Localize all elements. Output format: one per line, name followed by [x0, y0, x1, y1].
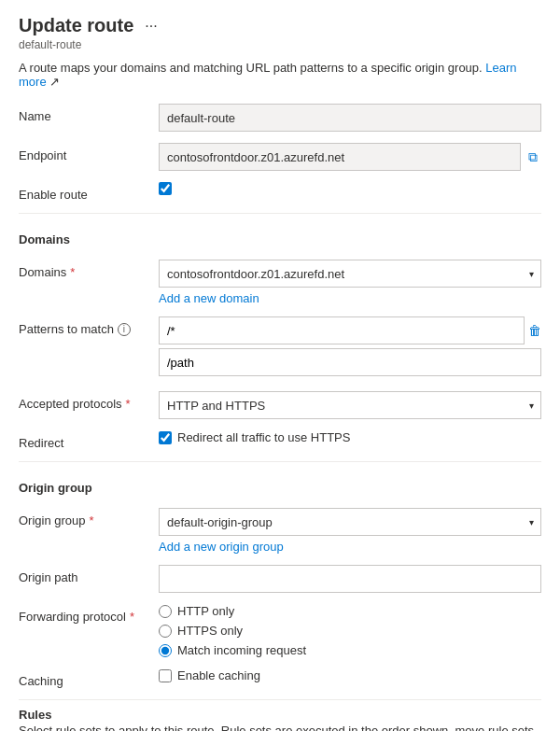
protocols-select[interactable]: HTTP and HTTPS HTTP only HTTPS only: [159, 391, 541, 419]
redirect-row: Redirect Redirect all traffic to use HTT…: [19, 430, 541, 450]
origin-group-label: Origin group *: [19, 508, 159, 527]
patterns-row: Patterns to match i 🗑: [19, 316, 541, 380]
endpoint-field: ⧉: [159, 143, 541, 171]
domains-required: *: [70, 265, 75, 279]
domains-select-wrapper: contosofrontdoor.z01.azurefd.net ▾: [159, 260, 541, 288]
patterns-label: Patterns to match i: [19, 316, 159, 336]
enable-route-checkbox[interactable]: [159, 182, 172, 195]
radio-http-only-label: HTTP only: [177, 604, 234, 618]
name-label: Name: [19, 104, 159, 123]
caching-field: Enable caching: [159, 668, 541, 682]
page-container: Update route ··· default-route A route m…: [0, 0, 560, 731]
radio-http-only: HTTP only: [159, 604, 541, 618]
radio-http-only-input[interactable]: [159, 605, 172, 618]
radio-https-only-label: HTTPS only: [177, 624, 243, 638]
origin-group-required: *: [90, 513, 94, 527]
add-origin-link[interactable]: Add a new origin group: [159, 540, 284, 554]
page-title: Update route: [19, 15, 133, 36]
domains-field: contosofrontdoor.z01.azurefd.net ▾ Add a…: [159, 260, 541, 305]
radio-https-only-input[interactable]: [159, 625, 172, 638]
enable-route-field: [159, 182, 541, 195]
redirect-label: Redirect: [19, 430, 159, 450]
copy-icon[interactable]: ⧉: [525, 146, 541, 169]
ellipsis-button[interactable]: ···: [141, 18, 161, 35]
origin-path-label: Origin path: [19, 565, 159, 584]
origin-group-row: Origin group * default-origin-group ▾ Ad…: [19, 508, 541, 554]
radio-https-only: HTTPS only: [159, 624, 541, 638]
accepted-protocols-row: Accepted protocols * HTTP and HTTPS HTTP…: [19, 391, 541, 419]
redirect-field: Redirect all traffic to use HTTPS: [159, 430, 541, 444]
accepted-protocols-label: Accepted protocols *: [19, 391, 159, 411]
radio-match-incoming-input[interactable]: [159, 644, 172, 657]
radio-match-incoming: Match incoming request: [159, 643, 541, 657]
patterns-info-icon[interactable]: i: [118, 323, 131, 336]
origin-section-row: Origin group: [19, 470, 541, 497]
origin-group-select[interactable]: default-origin-group: [159, 508, 541, 536]
pattern-2-container: [159, 348, 541, 376]
redirect-checkbox[interactable]: [159, 431, 172, 444]
rules-description: Select rule sets to apply to this route.…: [19, 724, 541, 731]
name-field: [159, 104, 541, 132]
pattern-2-input[interactable]: [159, 348, 541, 376]
enable-route-row: Enable route: [19, 182, 541, 202]
forwarding-protocol-label: Forwarding protocol *: [19, 604, 159, 624]
domains-section-row: Domains: [19, 221, 541, 248]
protocols-select-wrapper: HTTP and HTTPS HTTP only HTTPS only ▾: [159, 391, 541, 419]
endpoint-input: [159, 143, 521, 171]
domains-row: Domains * contosofrontdoor.z01.azurefd.n…: [19, 260, 541, 305]
pattern-1-input[interactable]: [159, 316, 525, 344]
accepted-protocols-field: HTTP and HTTPS HTTP only HTTPS only ▾: [159, 391, 541, 419]
pattern-1-delete-icon[interactable]: 🗑: [528, 323, 541, 338]
name-row: Name: [19, 104, 541, 132]
page-description: A route maps your domains and matching U…: [19, 61, 541, 89]
patterns-field: 🗑: [159, 316, 541, 380]
caching-label: Caching: [19, 668, 159, 688]
endpoint-row: Endpoint ⧉: [19, 143, 541, 171]
protocols-required: *: [126, 397, 131, 411]
redirect-check-label: Redirect all traffic to use HTTPS: [177, 430, 350, 444]
forwarding-radio-group: HTTP only HTTPS only Match incoming requ…: [159, 604, 541, 657]
name-input[interactable]: [159, 104, 541, 132]
origin-section-header: Origin group: [19, 470, 159, 497]
origin-group-select-wrapper: default-origin-group ▾: [159, 508, 541, 536]
caching-checkbox[interactable]: [159, 669, 172, 682]
forwarding-protocol-field: HTTP only HTTPS only Match incoming requ…: [159, 604, 541, 657]
rules-section: Rules Select rule sets to apply to this …: [19, 708, 541, 731]
pattern-1-container: 🗑: [159, 316, 541, 344]
origin-group-field: default-origin-group ▾ Add a new origin …: [159, 508, 541, 554]
caching-check-label: Enable caching: [177, 668, 260, 682]
domains-section-header: Domains: [19, 221, 159, 248]
page-subtitle: default-route: [19, 38, 541, 51]
domains-label: Domains *: [19, 260, 159, 279]
forwarding-protocol-row: Forwarding protocol * HTTP only HTTPS on…: [19, 604, 541, 657]
forwarding-required: *: [130, 610, 134, 624]
enable-route-label: Enable route: [19, 182, 159, 202]
domains-select[interactable]: contosofrontdoor.z01.azurefd.net: [159, 260, 541, 288]
origin-path-field: [159, 565, 541, 593]
radio-match-incoming-label: Match incoming request: [177, 643, 306, 657]
add-domain-link[interactable]: Add a new domain: [159, 291, 259, 305]
origin-path-row: Origin path: [19, 565, 541, 593]
origin-path-input[interactable]: [159, 565, 541, 593]
rules-section-title: Rules: [19, 708, 541, 722]
endpoint-label: Endpoint: [19, 143, 159, 162]
caching-row: Caching Enable caching: [19, 668, 541, 688]
